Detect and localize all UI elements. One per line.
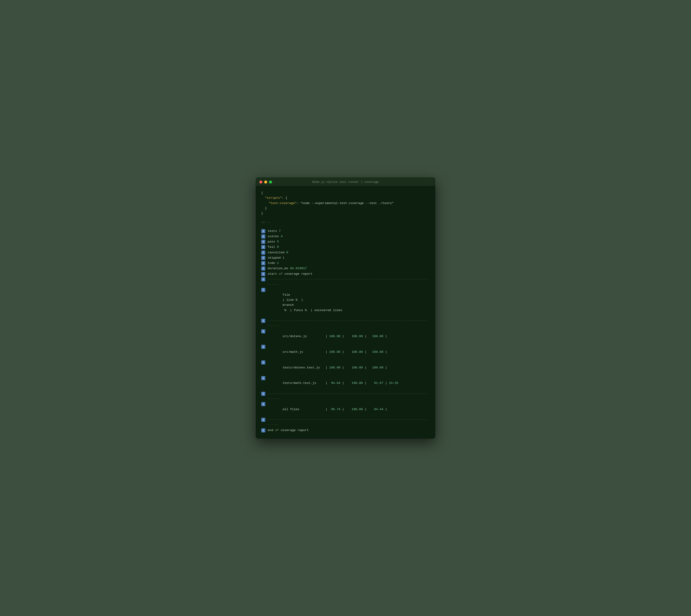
terminal-content: { "scripts": { "test:coverage": "node --… (256, 186, 435, 439)
stat-fail: i fail 0 (261, 245, 430, 250)
info-badge-summary: i (261, 402, 265, 406)
comment-line: // -- (261, 220, 430, 225)
stat-suites: i suites 4 (261, 234, 430, 239)
code-line-3: "test:coverage": "node --experimental-te… (261, 201, 430, 206)
code-line-4: } (261, 206, 430, 211)
stat-skipped: i skipped 1 (261, 256, 430, 261)
info-badge-start: i (261, 272, 265, 276)
code-line-2: "scripts": { (261, 196, 430, 201)
brace-open: { (261, 191, 263, 195)
table-row-dotenv-test: i tests/dotenv.test.js | 100.00 | 100.00… (261, 360, 430, 375)
stat-todo: i todo 1 (261, 261, 430, 266)
separator-summary: i --------------------------------------… (261, 391, 430, 402)
info-badge-row1: i (261, 329, 265, 333)
maximize-button[interactable] (269, 180, 272, 183)
close-button[interactable] (259, 180, 262, 183)
code-block: { "scripts": { "test:coverage": "node --… (261, 191, 430, 216)
coverage-end-line: i end of coverage report (261, 428, 430, 433)
table-row-dotenv: i src/dotenv.js | 100.00 | 100.00 | 100.… (261, 329, 430, 344)
separator-top: i --------------------------------------… (261, 277, 430, 287)
info-badge-sep4: i (261, 418, 265, 422)
stats-section: i tests 7 i suites 4 i pass 5 i fail 0 i… (261, 229, 430, 271)
coverage-start-line: i start of coverage report (261, 271, 430, 277)
info-badge-suites: i (261, 235, 265, 239)
separator-header: i --------------------------------------… (261, 318, 430, 329)
table-row-math: i src/math.js | 100.00 | 100.00 | 100.00… (261, 344, 430, 360)
info-badge-row3: i (261, 360, 265, 365)
stat-pass: i pass 5 (261, 239, 430, 244)
titlebar: Node.js native test runner / coverage (256, 177, 435, 186)
info-badge-duration: i (261, 266, 265, 270)
info-badge-tests: i (261, 229, 265, 233)
info-badge-end: i (261, 428, 265, 433)
info-badge-sep1: i (261, 277, 265, 281)
info-badge-sep3: i (261, 392, 265, 396)
table-row-all-files: i all files | 96.74 | 100.00 | 94.44 | (261, 402, 430, 417)
stat-duration: i duration_ms 84.018917 (261, 266, 430, 271)
info-badge-cancelled: i (261, 250, 265, 255)
table-header-line: i file | line % | branch % | funcs % | u… (261, 287, 430, 318)
test-coverage-value: : "node --experimental-test-coverage --t… (297, 201, 394, 205)
terminal-window: Node.js native test runner / coverage { … (256, 177, 435, 439)
info-badge-row4: i (261, 376, 265, 380)
info-badge-todo: i (261, 261, 265, 265)
window-title: Node.js native test runner / coverage (312, 180, 379, 184)
table-row-math-test: i tests/math.test.js | 94.64 | 100.00 | … (261, 376, 430, 391)
info-badge-sep2: i (261, 319, 265, 323)
separator-end: i --------------------------------------… (261, 417, 430, 427)
test-coverage-key: "test:coverage" (268, 201, 297, 205)
code-line-5: } (261, 211, 430, 216)
traffic-lights (259, 180, 272, 183)
info-badge-fail: i (261, 245, 265, 249)
scripts-key: "scripts" (265, 196, 282, 200)
minimize-button[interactable] (264, 180, 267, 183)
info-badge-row2: i (261, 345, 265, 349)
info-badge-skipped: i (261, 256, 265, 260)
stat-tests: i tests 7 (261, 229, 430, 234)
stat-cancelled: i cancelled 0 (261, 250, 430, 255)
info-badge-pass: i (261, 240, 265, 244)
code-line-1: { (261, 191, 430, 196)
comment-text: // -- (261, 220, 271, 225)
info-badge-header: i (261, 288, 265, 292)
